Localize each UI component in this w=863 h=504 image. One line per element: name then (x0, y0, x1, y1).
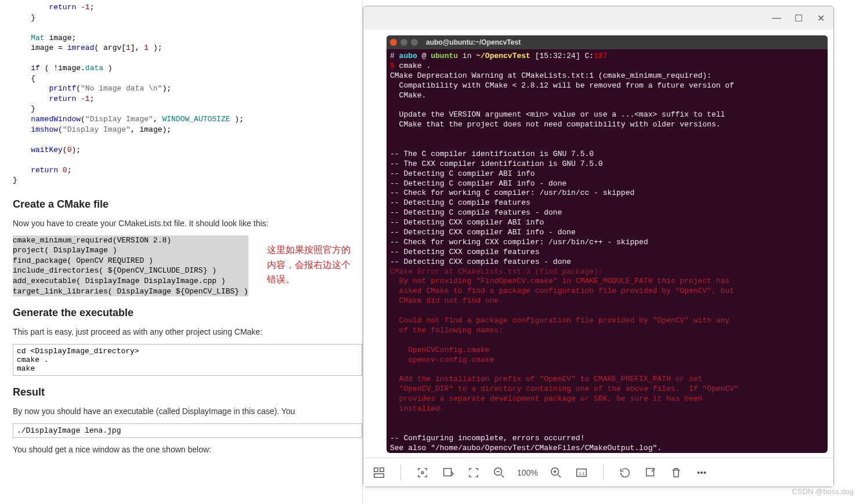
terminal-title: aubo@ubuntu:~/OpencvTest (426, 38, 521, 46)
svg-point-11 (700, 472, 702, 473)
svg-point-12 (704, 472, 706, 473)
t-error-line: asked CMake to find a package configurat… (390, 287, 734, 295)
t-line: -- Check for working CXX compiler: /usr/… (390, 238, 648, 246)
t-line: -- Detecting CXX compiler ABI info (390, 218, 544, 227)
prompt-c: C: (585, 52, 594, 60)
t-error-line: By not providing "FindOpenCV.cmake" in C… (390, 277, 730, 285)
maximize-button[interactable]: ☐ (792, 11, 806, 25)
para-generate: This part is easy, just proceed as with … (13, 326, 362, 338)
para-result1: By now you should have an executable (ca… (13, 405, 362, 418)
svg-rect-9 (646, 468, 653, 476)
maximize-icon: ☐ (795, 13, 803, 24)
more-icon[interactable] (694, 465, 709, 480)
zoom-in-icon[interactable] (548, 465, 564, 480)
t-line: Compatibility with CMake < 2.8.12 will b… (390, 81, 734, 90)
t-line: CMake Deprecation Warning at CMakeLists.… (390, 71, 712, 80)
para-cmake: Now you have to create your CMakeLists.t… (13, 217, 362, 230)
t-line: -- Configuring incomplete, errors occurr… (390, 434, 584, 443)
t-error-line: "OpenCV_DIR" to a directory containing o… (390, 385, 739, 393)
svg-rect-0 (374, 467, 378, 471)
t-line: -- Detecting C compiler ABI info - done (390, 179, 566, 188)
close-button[interactable]: ✕ (814, 11, 828, 25)
thumbnail-view-icon[interactable] (371, 465, 387, 480)
t-error-line: OpenCVConfig.cmake (390, 346, 490, 354)
t-line: -- Detecting C compiler ABI info (390, 169, 535, 178)
prompt-cval: 127 (594, 52, 607, 60)
svg-point-3 (421, 472, 424, 474)
prompt-user: aubo (399, 52, 417, 60)
note-line2: 内容，会报右边这个 (267, 260, 351, 270)
watermark: CSDN @boss.dog (792, 487, 854, 496)
svg-rect-4 (444, 468, 452, 476)
t-line: -- Check for working C compiler: /usr/bi… (390, 188, 634, 197)
viewer-toolbar: 100% 1:1 (363, 458, 833, 487)
delete-icon[interactable] (669, 465, 684, 480)
actual-size-icon[interactable]: 1:1 (574, 465, 589, 480)
heading-cmake: Create a CMake file (13, 198, 362, 211)
minimize-icon: — (772, 13, 781, 23)
run-code-block: ./DisplayImage lena.jpg (13, 423, 362, 438)
terminal-close-icon[interactable] (390, 39, 397, 46)
cmake-code-block[interactable]: cmake_minimum_required(VERSION 2.8) proj… (13, 235, 248, 296)
t-line: See also "/home/aubo/OpencvTest/CMakeFil… (390, 444, 662, 452)
documentation-panel: return -1; } Mat image; image = imread( … (0, 0, 363, 504)
t-error-line: Add the installation prefix of "OpenCV" … (390, 375, 702, 383)
svg-rect-1 (380, 467, 384, 471)
svg-rect-2 (374, 473, 384, 477)
cpp-code-block: return -1; } Mat image; image = imread( … (13, 0, 362, 188)
terminal-titlebar[interactable]: aubo@ubuntu:~/OpencvTest (387, 35, 828, 49)
minimize-button[interactable]: — (770, 11, 783, 25)
svg-text:1:1: 1:1 (579, 470, 584, 476)
para-result2: You should get a nice window as the one … (13, 444, 362, 456)
t-error-line: of the following names: (390, 326, 503, 335)
heading-generate: Generate the executable (13, 307, 362, 319)
t-error-line: provides a separate development package … (390, 394, 702, 403)
t-error-head: CMake Error at CMakeLists.txt:3 (find_pa… (390, 267, 603, 276)
t-line: -- Detecting CXX compiler ABI info - don… (390, 228, 576, 237)
prompt-host: ubuntu (431, 52, 458, 60)
t-line: -- Detecting CXX compile features (390, 248, 539, 256)
prompt-path: ~/OpencvTest (476, 52, 530, 60)
toolbar-separator (400, 465, 401, 480)
t-line: -- The CXX compiler identification is GN… (390, 159, 603, 168)
close-icon: ✕ (817, 13, 825, 24)
export-icon[interactable] (440, 465, 456, 480)
t-line: -- Detecting C compile features - done (390, 208, 562, 217)
t-line: CMake that the project does not need com… (390, 120, 721, 129)
terminal-cmd: cmake . (399, 61, 431, 70)
note-line3: 错误。 (267, 274, 295, 284)
t-line: Update the VERSION argument <min> value … (390, 110, 725, 119)
terminal-body[interactable]: # aubo @ ubuntu in ~/OpencvTest [15:32:2… (387, 49, 828, 453)
window-titlebar[interactable]: — ☐ ✕ (363, 6, 833, 30)
zoom-out-icon[interactable] (492, 465, 507, 480)
t-error-line: CMake did not find one. (390, 296, 503, 305)
zoom-level[interactable]: 100% (517, 468, 538, 477)
note-line1: 这里如果按照官方的 (267, 245, 351, 255)
terminal-window: aubo@ubuntu:~/OpencvTest # aubo @ ubuntu… (387, 35, 828, 453)
t-error-line: Could not find a package configuration f… (390, 316, 730, 325)
terminal-maximize-icon[interactable] (411, 39, 418, 46)
t-line: CMake. (390, 91, 426, 100)
t-error-line: installed. (390, 404, 445, 413)
rotate-icon[interactable] (618, 465, 633, 480)
heading-result: Result (13, 386, 362, 398)
toolbar-separator (603, 465, 604, 480)
edit-icon[interactable] (643, 465, 658, 480)
prompt-time: [15:32:24] (535, 52, 580, 60)
generate-code-block: cd <DisplayImage_directory> cmake . make (13, 344, 362, 376)
scan-icon[interactable] (415, 465, 430, 480)
svg-point-10 (698, 472, 699, 473)
t-error-line: opencv-config.cmake (390, 356, 494, 364)
terminal-minimize-icon[interactable] (400, 39, 407, 46)
annotation-note: 这里如果按照官方的 内容，会报右边这个 错误。 (267, 242, 366, 287)
crop-icon[interactable] (466, 465, 481, 480)
t-line: -- The C compiler identification is GNU … (390, 150, 594, 158)
t-line: -- Detecting CXX compile features - done (390, 258, 571, 266)
image-viewer-window: — ☐ ✕ aubo@ubuntu:~/OpencvTest # aubo @ … (363, 6, 834, 487)
t-line: -- Detecting C compile features (390, 198, 530, 207)
